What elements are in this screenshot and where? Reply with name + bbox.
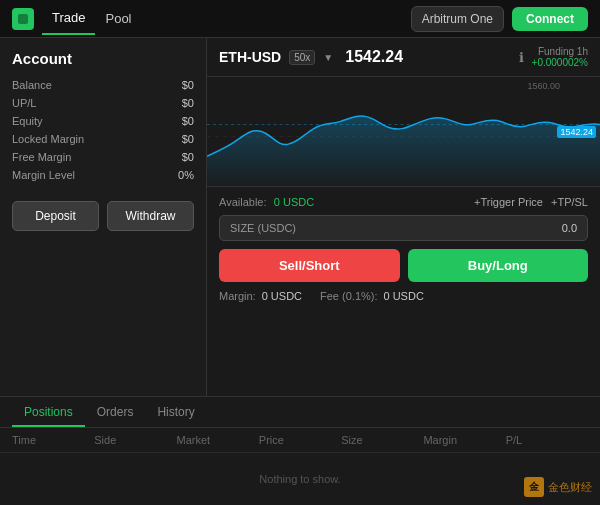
upl-label: UP/L <box>12 97 36 109</box>
sell-short-button[interactable]: Sell/Short <box>219 249 400 282</box>
col-time: Time <box>12 434 94 446</box>
right-column: ETH-USD 50x ▼ 1542.24 ℹ Funding 1h +0.00… <box>207 38 600 396</box>
info-icon[interactable]: ℹ <box>519 50 524 65</box>
tp-sl-link[interactable]: +TP/SL <box>551 196 588 208</box>
withdraw-button[interactable]: Withdraw <box>107 201 194 231</box>
col-size: Size <box>341 434 423 446</box>
tab-history[interactable]: History <box>145 397 206 427</box>
connect-button[interactable]: Connect <box>512 7 588 31</box>
fee-label: Fee (0.1%): <box>320 290 377 302</box>
margin-label: Margin: <box>219 290 256 302</box>
margin-level-label: Margin Level <box>12 169 75 181</box>
table-header: Time Side Market Price Size Margin P/L <box>0 428 600 453</box>
account-buttons: Deposit Withdraw <box>12 201 194 231</box>
available-row: Available: 0 USDC +Trigger Price +TP/SL <box>219 195 588 209</box>
nav-tab-pool[interactable]: Pool <box>95 3 141 34</box>
trade-buttons: Sell/Short Buy/Long <box>219 249 588 282</box>
trigger-price-link[interactable]: +Trigger Price <box>474 196 543 208</box>
chart-area: 1560.00 <box>207 77 600 187</box>
account-row-balance: Balance $0 <box>12 79 194 91</box>
balance-label: Balance <box>12 79 52 91</box>
funding-info: Funding 1h +0.000002% <box>532 46 588 68</box>
col-price: Price <box>259 434 341 446</box>
locked-margin-label: Locked Margin <box>12 133 84 145</box>
current-price-label: 1542.24 <box>557 126 596 138</box>
equity-value: $0 <box>182 115 194 127</box>
tab-positions[interactable]: Positions <box>12 397 85 427</box>
equity-label: Equity <box>12 115 43 127</box>
left-panel: Account Balance $0 UP/L $0 Equity $0 Loc… <box>0 38 207 396</box>
col-margin: Margin <box>423 434 505 446</box>
col-market: Market <box>177 434 259 446</box>
chart-header: ETH-USD 50x ▼ 1542.24 ℹ Funding 1h +0.00… <box>207 38 600 77</box>
account-row-free-margin: Free Margin $0 <box>12 151 194 163</box>
fee-amount: 0 USDC <box>384 290 424 302</box>
watermark-icon: 金 <box>524 477 544 497</box>
account-row-equity: Equity $0 <box>12 115 194 127</box>
account-title: Account <box>12 50 194 67</box>
panels-row: Account Balance $0 UP/L $0 Equity $0 Loc… <box>0 38 600 396</box>
dropdown-arrow-icon[interactable]: ▼ <box>323 52 333 63</box>
available-label: Available: 0 USDC <box>219 195 314 209</box>
watermark-text: 金色财经 <box>548 480 592 495</box>
bottom-section: Positions Orders History Time Side Marke… <box>0 396 600 505</box>
buy-long-button[interactable]: Buy/Long <box>408 249 589 282</box>
logo-inner <box>18 14 28 24</box>
network-button[interactable]: Arbitrum One <box>411 6 504 32</box>
funding-label: Funding 1h <box>532 46 588 57</box>
locked-margin-value: $0 <box>182 133 194 145</box>
y-label-high: 1560.00 <box>527 81 560 91</box>
nav-tab-trade[interactable]: Trade <box>42 2 95 35</box>
main-layout: Account Balance $0 UP/L $0 Equity $0 Loc… <box>0 38 600 505</box>
account-rows: Balance $0 UP/L $0 Equity $0 Locked Marg… <box>12 79 194 187</box>
account-row-upl: UP/L $0 <box>12 97 194 109</box>
upl-value: $0 <box>182 97 194 109</box>
trigger-tp-row: +Trigger Price +TP/SL <box>474 196 588 208</box>
free-margin-label: Free Margin <box>12 151 71 163</box>
size-input-row[interactable]: SIZE (USDC) 0.0 <box>219 215 588 241</box>
size-label: SIZE (USDC) <box>230 222 562 234</box>
account-row-locked-margin: Locked Margin $0 <box>12 133 194 145</box>
margin-fee-row: Margin: 0 USDC Fee (0.1%): 0 USDC <box>219 290 588 302</box>
deposit-button[interactable]: Deposit <box>12 201 99 231</box>
logo-icon <box>12 8 34 30</box>
price-display: 1542.24 <box>345 48 403 66</box>
bottom-tabs: Positions Orders History <box>0 397 600 428</box>
free-margin-value: $0 <box>182 151 194 163</box>
leverage-badge: 50x <box>289 50 315 65</box>
balance-value: $0 <box>182 79 194 91</box>
pair-name: ETH-USD <box>219 49 281 65</box>
watermark: 金 金色财经 <box>524 477 592 497</box>
account-row-margin-level: Margin Level 0% <box>12 169 194 181</box>
margin-amount: 0 USDC <box>262 290 302 302</box>
tab-orders[interactable]: Orders <box>85 397 146 427</box>
header-right: Arbitrum One Connect <box>411 6 588 32</box>
funding-value: +0.000002% <box>532 57 588 68</box>
trade-form: Available: 0 USDC +Trigger Price +TP/SL … <box>207 187 600 396</box>
col-pl: P/L <box>506 434 588 446</box>
header: Trade Pool Arbitrum One Connect <box>0 0 600 38</box>
margin-level-value: 0% <box>178 169 194 181</box>
size-value: 0.0 <box>562 222 577 234</box>
empty-message: Nothing to show. <box>0 453 600 505</box>
col-side: Side <box>94 434 176 446</box>
available-value: 0 USDC <box>274 196 314 208</box>
price-chart <box>207 77 600 186</box>
